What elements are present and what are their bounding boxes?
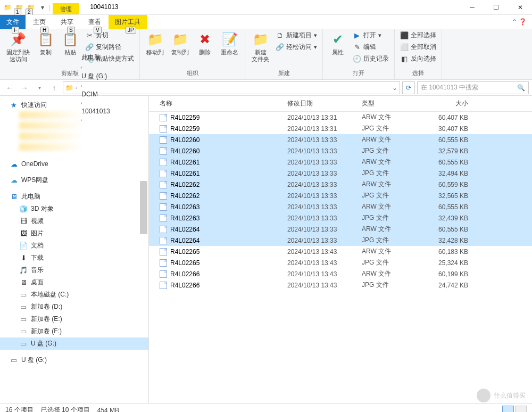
external-drive-node[interactable]: ▭U 盘 (G:)	[0, 354, 148, 366]
hidden-item	[19, 122, 83, 129]
easy-access-button[interactable]: 🔗轻松访问 ▾	[273, 42, 319, 53]
quick-access-node[interactable]: ★快速访问	[0, 99, 148, 111]
ribbon-help-icon[interactable]: ⌃ ❓	[506, 16, 532, 28]
this-pc-node[interactable]: 🖥此电脑	[0, 191, 148, 203]
tree-item[interactable]: ▭新加卷 (F:)	[0, 325, 148, 337]
rename-button[interactable]: 📝重命名	[218, 30, 242, 57]
breadcrumb-item[interactable]: U 盘 (G:)	[79, 71, 112, 82]
file-row[interactable]: R4L02263 2024/10/13 13:33 ARW 文件 60,555 …	[149, 201, 532, 212]
tree-item[interactable]: 📄文档	[0, 240, 148, 252]
copy-button[interactable]: 📋复制	[34, 30, 57, 57]
refresh-button[interactable]: ⟳	[402, 81, 415, 94]
onedrive-node[interactable]: ☁OneDrive	[0, 158, 148, 170]
file-type: JPG 文件	[362, 213, 426, 223]
title-bar: 📁 📁 1 📁 2 ▾ | 管理 10041013 ─ ☐ ✕	[0, 0, 532, 15]
file-size: 32,439 KB	[426, 215, 479, 222]
column-date[interactable]: 修改日期	[287, 99, 362, 108]
new-item-button[interactable]: 🗋新建项目 ▾	[273, 30, 319, 41]
invert-selection-button[interactable]: ◧反向选择	[398, 53, 438, 64]
breadcrumb-item[interactable]: 此电脑	[79, 52, 112, 63]
new-label: 新建	[248, 68, 319, 78]
tree-item[interactable]: ▭U 盘 (G:)	[0, 337, 148, 350]
maximize-button[interactable]: ☐	[484, 0, 508, 14]
file-date: 2024/10/13 13:33	[287, 226, 362, 233]
delete-button[interactable]: ✖删除	[193, 30, 217, 57]
file-row[interactable]: R4L02262 2024/10/13 13:33 ARW 文件 60,559 …	[149, 179, 532, 190]
home-tab[interactable]: 主页	[26, 15, 53, 29]
file-name: R4L02264	[170, 237, 200, 244]
column-name[interactable]: 名称	[149, 99, 287, 108]
icons-view-button[interactable]	[515, 406, 527, 413]
select-all-button[interactable]: ⬛全部选择	[398, 30, 438, 41]
file-row[interactable]: R4L02264 2024/10/13 13:33 JPG 文件 32,428 …	[149, 235, 532, 246]
tree-label: 新加卷 (E:)	[31, 315, 62, 324]
file-icon	[160, 192, 167, 200]
up-button[interactable]: ↑	[48, 81, 61, 94]
file-size: 32,565 KB	[426, 192, 479, 200]
file-row[interactable]: R4L02261 2024/10/13 13:33 JPG 文件 32,494 …	[149, 168, 532, 179]
contextual-tab-group: 管理	[53, 0, 79, 14]
copyto-button[interactable]: 📁复制到	[168, 30, 192, 57]
column-size[interactable]: 大小	[426, 99, 479, 108]
qat-dropdown-icon[interactable]: ▾	[37, 2, 48, 13]
file-row[interactable]: R4L02265 2024/10/13 13:43 ARW 文件 60,183 …	[149, 246, 532, 257]
pin-button[interactable]: 📌固定到快 速访问	[3, 30, 33, 64]
column-headers[interactable]: 名称 修改日期 类型 大小	[149, 96, 532, 112]
history-button[interactable]: 🕘历史记录	[351, 53, 391, 64]
folder-icon: 📁	[65, 84, 73, 92]
new-folder-button[interactable]: 📁新建 文件夹	[248, 30, 272, 64]
file-size: 60,555 KB	[426, 203, 479, 211]
scrollbar-thumb[interactable]	[140, 181, 147, 234]
close-button[interactable]: ✕	[508, 0, 532, 14]
file-name: R4L02266	[170, 282, 200, 289]
address-dropdown-icon[interactable]: ⌄	[392, 84, 397, 92]
tree-item[interactable]: 🎵音乐	[0, 264, 148, 276]
file-type: JPG 文件	[362, 146, 426, 155]
tree-icon: ▭	[19, 340, 28, 348]
back-button[interactable]: ←	[3, 81, 16, 94]
status-bar: 16 个项目 已选择 10 个项目 454 MB	[0, 403, 532, 412]
edit-button[interactable]: ✎编辑	[351, 42, 391, 53]
tree-item[interactable]: ▭新加卷 (E:)	[0, 313, 148, 325]
open-button[interactable]: ▶打开 ▾	[351, 30, 391, 41]
tree-item[interactable]: ▭本地磁盘 (C:)	[0, 289, 148, 301]
file-type: JPG 文件	[362, 169, 426, 178]
file-row[interactable]: R4L02265 2024/10/13 13:43 JPG 文件 25,324 …	[149, 257, 532, 268]
forward-button[interactable]: →	[18, 81, 31, 94]
file-date: 2024/10/13 13:33	[287, 237, 362, 244]
file-row[interactable]: R4L02260 2024/10/13 13:33 JPG 文件 32,579 …	[149, 145, 532, 156]
file-date: 2024/10/13 13:33	[287, 203, 362, 211]
select-none-button[interactable]: ⬜全部取消	[398, 42, 438, 53]
file-row[interactable]: R4L02262 2024/10/13 13:33 JPG 文件 32,565 …	[149, 190, 532, 201]
window-title: 10041013	[79, 0, 460, 14]
file-row[interactable]: R4L02264 2024/10/13 13:33 ARW 文件 60,555 …	[149, 224, 532, 235]
tree-label: 新加卷 (D:)	[31, 302, 62, 311]
properties-button[interactable]: ✔属性	[326, 30, 350, 57]
tree-item[interactable]: 🖼图片	[0, 227, 148, 240]
tree-item[interactable]: 🎞视频	[0, 215, 148, 227]
file-row[interactable]: R4L02259 2024/10/13 13:31 ARW 文件 60,407 …	[149, 112, 532, 123]
wps-node[interactable]: ☁WPS网盘	[0, 174, 148, 186]
file-row[interactable]: R4L02266 2024/10/13 13:43 JPG 文件 24,742 …	[149, 279, 532, 291]
tree-item[interactable]: ▭新加卷 (D:)	[0, 301, 148, 313]
file-row[interactable]: R4L02259 2024/10/13 13:31 JPG 文件 30,407 …	[149, 123, 532, 134]
tree-item[interactable]: 🖥桌面	[0, 276, 148, 289]
details-view-button[interactable]	[502, 406, 514, 413]
navigation-pane[interactable]: ★快速访问 ☁OneDrive ☁WPS网盘 🖥此电脑 🧊3D 对象🎞视频🖼图片…	[0, 96, 149, 403]
file-row[interactable]: R4L02266 2024/10/13 13:43 ARW 文件 60,199 …	[149, 268, 532, 279]
file-date: 2024/10/13 13:31	[287, 114, 362, 121]
file-date: 2024/10/13 13:33	[287, 159, 362, 166]
paste-button[interactable]: 📋粘贴	[59, 30, 82, 57]
file-row[interactable]: R4L02260 2024/10/13 13:33 ARW 文件 60,555 …	[149, 134, 532, 145]
file-row[interactable]: R4L02263 2024/10/13 13:33 JPG 文件 32,439 …	[149, 212, 532, 224]
tree-item[interactable]: ⬇下载	[0, 252, 148, 264]
search-box[interactable]: 在 10041013 中搜索 🔍	[417, 81, 529, 94]
tree-item[interactable]: 🧊3D 对象	[0, 203, 148, 215]
file-row[interactable]: R4L02261 2024/10/13 13:33 ARW 文件 60,555 …	[149, 156, 532, 168]
column-type[interactable]: 类型	[362, 99, 426, 108]
recent-dropdown[interactable]: ▾	[33, 81, 46, 94]
moveto-button[interactable]: 📁移动到	[143, 30, 167, 57]
copy-path-button[interactable]: 🔗复制路径	[83, 42, 136, 53]
minimize-button[interactable]: ─	[460, 0, 484, 14]
address-bar[interactable]: 📁 › 此电脑›U 盘 (G:)›DCIM›10041013› ⌄	[63, 81, 400, 94]
